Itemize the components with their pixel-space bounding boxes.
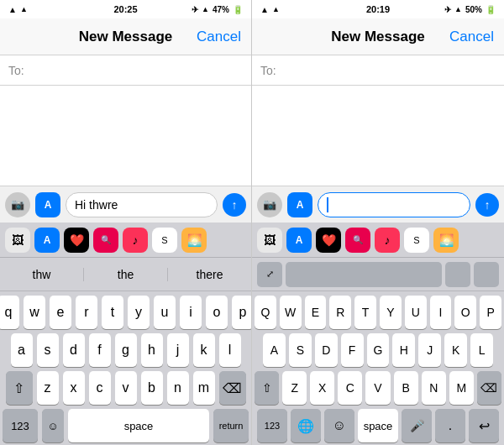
- right-extra-btn-2[interactable]: [445, 262, 470, 287]
- left-apps-button[interactable]: A: [35, 192, 60, 217]
- right-send-button[interactable]: ↑: [475, 193, 499, 217]
- left-key-space[interactable]: space: [68, 409, 209, 442]
- left-key-j[interactable]: j: [167, 333, 189, 367]
- right-app-appstore[interactable]: A: [286, 228, 312, 253]
- left-to-field[interactable]: To:: [0, 55, 251, 86]
- right-expand-button[interactable]: ⤢: [257, 262, 282, 287]
- left-key-u[interactable]: u: [154, 296, 176, 329]
- right-key-p[interactable]: P: [480, 296, 501, 329]
- left-key-s[interactable]: s: [37, 333, 59, 367]
- left-camera-button[interactable]: 📷: [5, 192, 30, 217]
- right-key-j[interactable]: J: [418, 333, 441, 367]
- left-app-shazam[interactable]: S: [152, 228, 177, 253]
- right-text-input[interactable]: [318, 192, 470, 217]
- left-text-input[interactable]: Hi thwre: [66, 192, 218, 217]
- right-cancel-button[interactable]: Cancel: [449, 29, 494, 45]
- left-key-g[interactable]: g: [115, 333, 137, 367]
- right-key-c[interactable]: C: [338, 371, 362, 405]
- left-key-shift[interactable]: ⇧: [6, 371, 33, 405]
- right-key-g[interactable]: G: [367, 333, 390, 367]
- left-key-x[interactable]: x: [63, 371, 85, 405]
- left-key-d[interactable]: d: [63, 333, 85, 367]
- right-app-gallery[interactable]: 🌅: [433, 228, 459, 253]
- left-key-c[interactable]: c: [89, 371, 111, 405]
- right-app-photos[interactable]: 🖼: [257, 228, 282, 253]
- right-key-space[interactable]: space: [358, 409, 398, 442]
- right-key-v[interactable]: V: [365, 371, 390, 405]
- right-key-n[interactable]: N: [422, 371, 446, 405]
- right-key-numbers[interactable]: 123: [257, 409, 287, 442]
- right-apps-button[interactable]: A: [287, 192, 312, 217]
- left-app-photos[interactable]: 🖼: [5, 228, 30, 253]
- right-app-heart[interactable]: ❤️: [316, 228, 341, 253]
- left-key-y[interactable]: y: [128, 296, 150, 329]
- right-app-music[interactable]: ♪: [375, 228, 400, 253]
- right-key-return[interactable]: ↩: [469, 409, 499, 442]
- left-key-m[interactable]: m: [193, 371, 215, 405]
- left-key-i[interactable]: i: [180, 296, 202, 329]
- right-key-period[interactable]: .: [435, 409, 465, 442]
- left-app-music[interactable]: ♪: [123, 228, 148, 253]
- left-key-z[interactable]: z: [37, 371, 59, 405]
- right-key-i[interactable]: I: [430, 296, 452, 329]
- right-to-field[interactable]: To:: [252, 55, 504, 86]
- left-key-emoji[interactable]: ☺: [42, 409, 64, 442]
- right-key-t[interactable]: T: [354, 296, 376, 329]
- right-key-s[interactable]: S: [289, 333, 312, 367]
- left-key-numbers[interactable]: 123: [3, 409, 38, 442]
- right-key-r[interactable]: R: [329, 296, 351, 329]
- left-app-heart[interactable]: ❤️: [64, 228, 89, 253]
- right-app-shazam[interactable]: S: [404, 228, 429, 253]
- left-key-l[interactable]: l: [219, 333, 241, 367]
- left-key-q[interactable]: q: [0, 296, 19, 329]
- left-key-e[interactable]: e: [50, 296, 71, 329]
- right-key-globe[interactable]: 🌐: [291, 409, 321, 442]
- left-key-f[interactable]: f: [89, 333, 111, 367]
- right-camera-button[interactable]: 📷: [257, 192, 282, 217]
- left-key-return[interactable]: return: [213, 409, 249, 442]
- right-key-o[interactable]: O: [454, 296, 476, 329]
- right-key-b[interactable]: B: [394, 371, 418, 405]
- left-key-o[interactable]: o: [206, 296, 228, 329]
- right-key-shift[interactable]: ⇧: [255, 371, 279, 405]
- right-key-h[interactable]: H: [392, 333, 415, 367]
- right-key-a[interactable]: A: [263, 333, 286, 367]
- right-key-f[interactable]: F: [341, 333, 364, 367]
- left-key-v[interactable]: v: [115, 371, 137, 405]
- right-key-z[interactable]: Z: [282, 371, 307, 405]
- left-pred-3[interactable]: there: [168, 268, 251, 281]
- right-key-l[interactable]: L: [470, 333, 493, 367]
- right-key-x[interactable]: X: [310, 371, 334, 405]
- right-extra-btn-3[interactable]: [474, 262, 499, 287]
- left-key-p[interactable]: p: [232, 296, 252, 329]
- left-key-w[interactable]: w: [24, 296, 45, 329]
- left-app-appstore[interactable]: A: [34, 228, 60, 253]
- right-key-m[interactable]: M: [449, 371, 474, 405]
- left-pred-1[interactable]: thw: [0, 268, 84, 281]
- right-key-mic[interactable]: 🎤: [402, 409, 432, 442]
- left-key-h[interactable]: h: [141, 333, 163, 367]
- left-key-b[interactable]: b: [141, 371, 163, 405]
- left-key-a[interactable]: a: [11, 333, 33, 367]
- left-send-button[interactable]: ↑: [223, 193, 246, 217]
- left-key-delete[interactable]: ⌫: [219, 371, 246, 405]
- right-key-q[interactable]: Q: [255, 296, 276, 329]
- right-key-y[interactable]: Y: [380, 296, 402, 329]
- left-key-r[interactable]: r: [76, 296, 97, 329]
- right-key-emoji[interactable]: ☺: [324, 409, 354, 442]
- left-key-t[interactable]: t: [102, 296, 123, 329]
- left-key-n[interactable]: n: [167, 371, 189, 405]
- left-key-k[interactable]: k: [193, 333, 215, 367]
- left-app-gallery[interactable]: 🌅: [181, 228, 207, 253]
- left-cancel-button[interactable]: Cancel: [197, 29, 241, 45]
- left-pred-2[interactable]: the: [84, 268, 168, 281]
- right-key-u[interactable]: U: [405, 296, 427, 329]
- right-app-red[interactable]: 🔍: [345, 228, 370, 253]
- right-key-e[interactable]: E: [305, 296, 327, 329]
- right-extra-btn-1[interactable]: [286, 262, 442, 287]
- right-key-w[interactable]: W: [280, 296, 302, 329]
- right-key-d[interactable]: D: [315, 333, 338, 367]
- right-key-k[interactable]: K: [444, 333, 467, 367]
- right-key-delete[interactable]: ⌫: [477, 371, 501, 405]
- left-app-red[interactable]: 🔍: [93, 228, 118, 253]
